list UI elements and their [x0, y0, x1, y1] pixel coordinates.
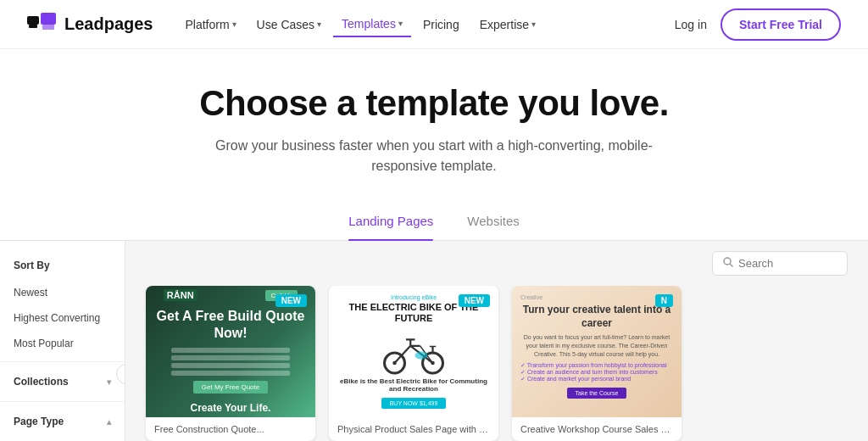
templates-area: RÅNN Call Us Get A Free Build Quote Now!… [125, 241, 868, 441]
svg-point-4 [724, 258, 731, 265]
cards-row: RÅNN Call Us Get A Free Build Quote Now!… [125, 286, 868, 441]
card-label-ebike: Physical Product Sales Page with Demo... [329, 417, 498, 441]
nav-right: Log in Start Free Trial [675, 8, 841, 41]
svg-rect-0 [27, 16, 39, 25]
nav-pricing[interactable]: Pricing [415, 13, 468, 36]
new-badge-cabin: NEW [275, 294, 307, 307]
creative-check-3: ✓ Create and market your personal brand [520, 376, 667, 382]
content-tabs: Landing Pages Websites [0, 197, 868, 241]
nav-expertise[interactable]: Expertise ▾ [471, 13, 544, 36]
logo-text: Leadpages [64, 14, 153, 34]
start-trial-button[interactable]: Start Free Trial [721, 8, 841, 41]
new-badge-creative: N [655, 294, 673, 307]
creative-body: Do you want to focus your art full-time?… [520, 333, 673, 358]
cabin-logo-text: RÅNN [164, 289, 198, 301]
ebike-illustration [376, 329, 452, 376]
card-image-cabin: RÅNN Call Us Get A Free Build Quote Now!… [146, 286, 315, 417]
chevron-icon: ▾ [317, 20, 321, 29]
templates-top-bar [125, 241, 868, 286]
logo-icon [27, 13, 58, 36]
sidebar-collections-header[interactable]: Collections ▾ [0, 367, 125, 396]
svg-rect-2 [41, 13, 56, 25]
ebike-introducing: Introducing eBike [391, 294, 437, 300]
sidebar: ‹ Sort By Newest Highest Converting Most… [0, 241, 125, 441]
hero-section: Choose a template you love. Grow your bu… [0, 49, 868, 197]
cabin-headline: Get A Free Build Quote Now! [156, 308, 305, 340]
sidebar-item-highest-converting[interactable]: Highest Converting [0, 305, 125, 331]
logo[interactable]: Leadpages [27, 13, 153, 36]
svg-rect-3 [42, 25, 54, 30]
sidebar-divider-2 [0, 401, 125, 402]
nav-links: Platform ▾ Use Cases ▾ Templates ▾ Prici… [176, 12, 544, 37]
svg-line-5 [731, 265, 733, 267]
template-card-cabin[interactable]: RÅNN Call Us Get A Free Build Quote Now!… [146, 286, 315, 441]
search-input[interactable] [738, 257, 837, 270]
svg-rect-1 [29, 25, 37, 28]
card-image-ebike: Introducing eBike THE ELECTRIC BIKE OF T… [329, 286, 498, 417]
nav-left: Leadpages Platform ▾ Use Cases ▾ Templat… [27, 12, 544, 37]
chevron-icon: ▾ [398, 19, 403, 28]
tab-landing-pages[interactable]: Landing Pages [348, 214, 433, 240]
ebike-sub: eBike is the Best Electric Bike for Comm… [337, 377, 490, 393]
creative-brand-label: Creative [520, 294, 542, 300]
hero-headline: Choose a template you love. [27, 83, 841, 124]
chevron-icon: ▾ [531, 20, 536, 29]
ebike-btn: BUY NOW $1,499 [381, 398, 447, 409]
search-box [712, 251, 848, 276]
sidebar-sort-header[interactable]: Sort By [0, 251, 125, 280]
cabin-bottom-text: Create Your Life. [191, 402, 271, 414]
hero-subtext: Grow your business faster when you start… [197, 136, 671, 176]
svg-point-18 [415, 352, 428, 360]
cabin-submit-text: Get My Free Quote [193, 381, 268, 394]
card-label-cabin: Free Construction Quote... [146, 417, 315, 441]
tab-websites[interactable]: Websites [467, 214, 519, 240]
login-button[interactable]: Log in [675, 18, 707, 31]
content-area: ‹ Sort By Newest Highest Converting Most… [0, 241, 868, 441]
template-card-creative[interactable]: Creative Turn your creative talent into … [512, 286, 682, 441]
chevron-down-icon: ▾ [107, 377, 111, 387]
nav-templates[interactable]: Templates ▾ [333, 12, 411, 37]
new-badge-ebike: NEW [459, 294, 490, 307]
template-card-ebike[interactable]: Introducing eBike THE ELECTRIC BIKE OF T… [329, 286, 498, 441]
creative-cta-btn: Take the Course [567, 388, 627, 399]
chevron-icon: ▾ [232, 20, 236, 29]
sidebar-item-most-popular[interactable]: Most Popular [0, 331, 125, 356]
creative-checks: ✓ Transform your passion from hobbyist t… [520, 362, 667, 382]
card-image-creative: Creative Turn your creative talent into … [512, 286, 682, 417]
nav-use-cases[interactable]: Use Cases ▾ [248, 13, 330, 36]
nav-platform[interactable]: Platform ▾ [176, 13, 244, 36]
creative-check-1: ✓ Transform your passion from hobbyist t… [520, 362, 667, 369]
navbar: Leadpages Platform ▾ Use Cases ▾ Templat… [0, 0, 868, 49]
creative-check-2: ✓ Create an audience and turn them into … [520, 369, 667, 376]
sidebar-page-type-header[interactable]: Page Type ▴ [0, 407, 125, 436]
sidebar-item-newest[interactable]: Newest [0, 280, 125, 305]
creative-headline: Turn your creative talent into a career [520, 304, 673, 330]
card-label-creative: Creative Workshop Course Sales Page... [512, 417, 682, 441]
sidebar-divider [0, 361, 125, 362]
search-icon [723, 257, 733, 270]
chevron-up-icon: ▴ [107, 417, 111, 427]
